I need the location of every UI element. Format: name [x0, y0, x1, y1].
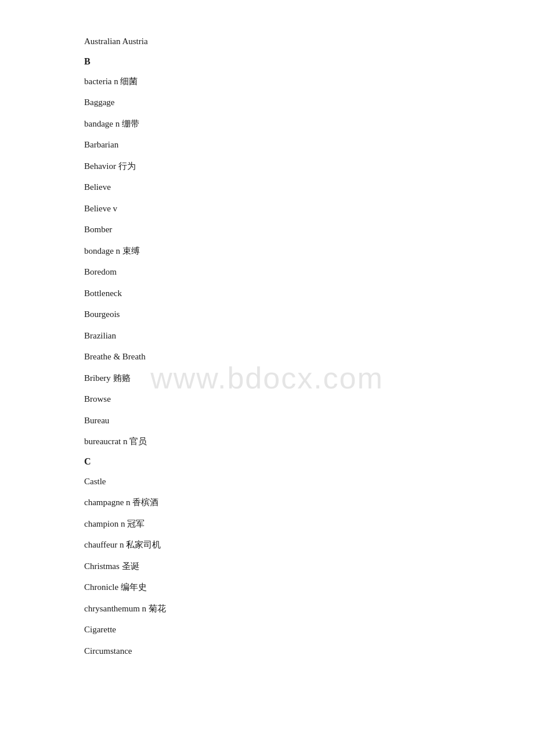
- list-item: Behavior 行为: [84, 160, 488, 173]
- list-item: champagne n 香槟酒: [84, 496, 488, 509]
- list-item: Barbarian: [84, 138, 488, 152]
- list-item: Bribery 贿赂: [84, 372, 488, 385]
- list-item: Castle: [84, 475, 488, 488]
- list-item: chrysanthemum n 菊花: [84, 602, 488, 615]
- page-container: www.bdocx.com Australian Austria B bacte…: [0, 0, 534, 700]
- list-item: Bourgeois: [84, 308, 488, 321]
- section-b: B bacteria n 细菌 Baggage bandage n 绷带 Bar…: [84, 56, 488, 448]
- list-item: bandage n 绷带: [84, 117, 488, 131]
- list-item: champion n 冠军: [84, 517, 488, 531]
- list-item: Breathe & Breath: [84, 350, 488, 363]
- list-item: bacteria n 细菌: [84, 75, 488, 88]
- list-item: Baggage: [84, 96, 488, 109]
- list-item: Bottleneck: [84, 287, 488, 300]
- list-item: bondage n 束缚: [84, 244, 488, 258]
- list-item: Bureau: [84, 414, 488, 427]
- list-item: Believe: [84, 181, 488, 194]
- list-item: chauffeur n 私家司机: [84, 538, 488, 552]
- section-header-b: B: [84, 56, 488, 67]
- section-header-c: C: [84, 456, 488, 467]
- list-item: Cigarette: [84, 623, 488, 636]
- list-item: Brazilian: [84, 329, 488, 343]
- list-item: Browse: [84, 393, 488, 406]
- section-c: C Castle champagne n 香槟酒 champion n 冠军 c…: [84, 456, 488, 658]
- list-item: Australian Austria: [84, 35, 488, 48]
- list-item: Chronicle 编年史: [84, 581, 488, 594]
- list-item: Christmas 圣诞: [84, 560, 488, 573]
- list-item: Boredom: [84, 265, 488, 279]
- list-item: Believe v: [84, 202, 488, 215]
- list-item: bureaucrat n 官员: [84, 435, 488, 448]
- section-pre-b: Australian Austria: [84, 35, 488, 48]
- list-item: Bomber: [84, 223, 488, 236]
- list-item: Circumstance: [84, 645, 488, 658]
